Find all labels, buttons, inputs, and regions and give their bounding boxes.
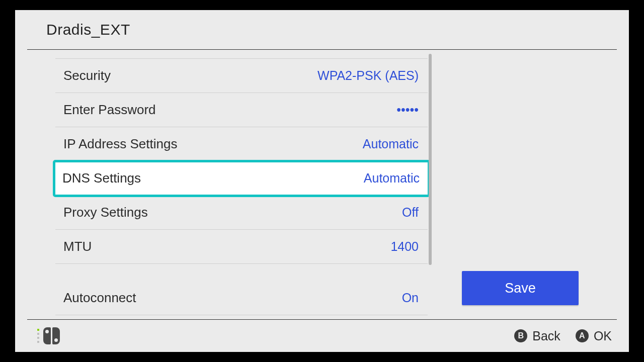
page-title: Dradis_EXT [46, 21, 130, 38]
row-dns-settings[interactable]: DNS Settings Automatic [54, 161, 429, 196]
row-ssid[interactable]: SSID Dradis_EXT [55, 50, 428, 59]
row-proxy-settings[interactable]: Proxy Settings Off [55, 196, 428, 230]
scrollbar-thumb[interactable] [429, 54, 432, 265]
row-value: ••••• [396, 103, 419, 117]
hint-back: B Back [514, 329, 560, 343]
right-pane: Save [433, 50, 629, 319]
row-label: Proxy Settings [63, 205, 148, 220]
settings-list[interactable]: SSID Dradis_EXT Security WPA2-PSK (AES) … [15, 50, 433, 315]
controller-dots-icon [37, 329, 39, 343]
save-button[interactable]: Save [462, 271, 579, 305]
row-label: Enter Password [63, 102, 156, 118]
row-label: IP Address Settings [63, 136, 177, 152]
row-label: MTU [63, 239, 92, 254]
footer-bar: B Back A OK [15, 320, 629, 352]
row-value: Automatic [364, 171, 420, 186]
b-button-icon: B [514, 329, 527, 342]
save-button-label: Save [505, 281, 536, 296]
row-enter-password[interactable]: Enter Password ••••• [55, 93, 428, 127]
content-area: SSID Dradis_EXT Security WPA2-PSK (AES) … [15, 50, 629, 319]
row-autoconnect[interactable]: Autoconnect On [55, 281, 428, 315]
joycon-pair-icon [43, 327, 60, 344]
row-label: Security [63, 68, 111, 83]
row-security[interactable]: Security WPA2-PSK (AES) [55, 59, 428, 93]
row-ip-address-settings[interactable]: IP Address Settings Automatic [55, 127, 428, 161]
row-value: Off [402, 205, 419, 220]
page-header: Dradis_EXT [15, 10, 629, 49]
row-value: On [402, 291, 419, 305]
row-value: Automatic [363, 137, 419, 151]
row-value: 1400 [390, 239, 419, 254]
button-hints: B Back A OK [514, 329, 612, 343]
list-gap [55, 264, 428, 281]
row-value: WPA2-PSK (AES) [317, 68, 419, 83]
row-label: DNS Settings [62, 170, 141, 186]
hint-ok: A OK [576, 329, 612, 343]
a-button-icon: A [576, 329, 589, 342]
row-mtu[interactable]: MTU 1400 [55, 230, 428, 264]
hint-ok-label: OK [594, 329, 612, 343]
hint-back-label: Back [532, 329, 560, 343]
settings-list-viewport: SSID Dradis_EXT Security WPA2-PSK (AES) … [15, 50, 433, 319]
controller-indicator [37, 327, 60, 344]
row-label: Autoconnect [63, 290, 136, 306]
settings-scrollbar[interactable] [429, 50, 432, 319]
